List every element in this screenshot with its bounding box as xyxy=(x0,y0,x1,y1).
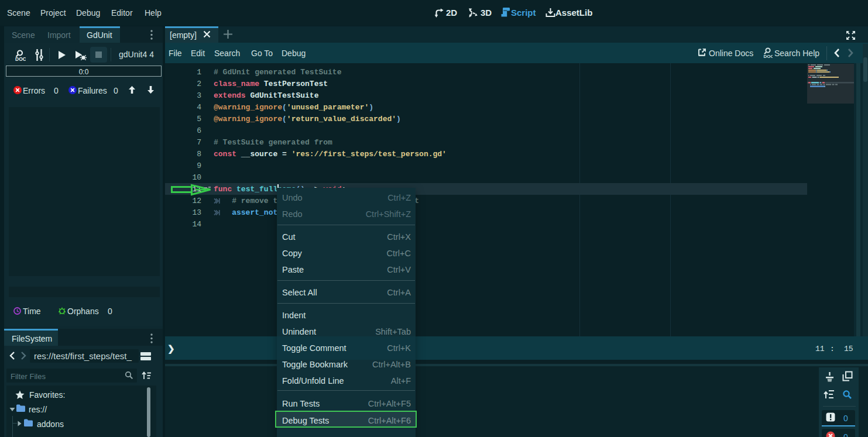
svg-text:DOC: DOC xyxy=(764,54,773,59)
svg-text:DOC: DOC xyxy=(15,56,26,61)
